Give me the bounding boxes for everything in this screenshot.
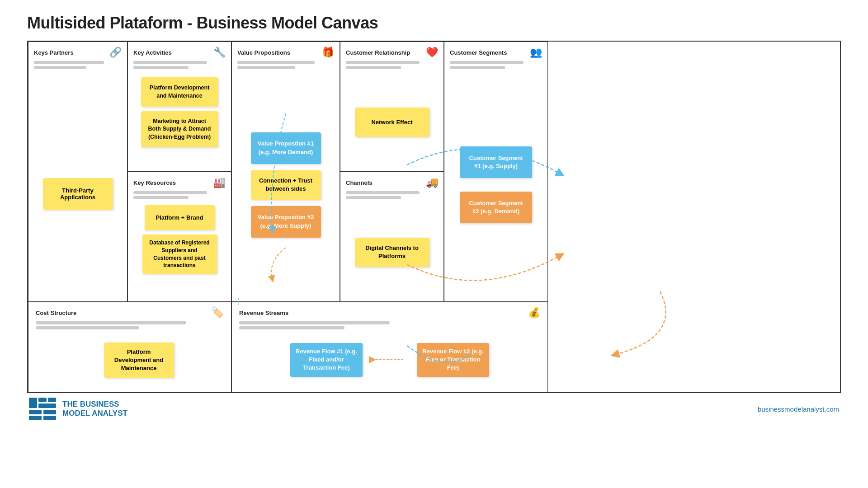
key-resources-icon: 🏭 [213, 177, 226, 188]
channels-icon: 🚚 [426, 177, 438, 188]
customer-relationship-header: Customer Relationship ❤️ [346, 47, 438, 58]
key-resources-cell: Key Resources 🏭 Platform + Brand Databas… [127, 172, 231, 302]
key-activities-header: Key Activities 🔧 [133, 47, 226, 58]
value-propositions-header: Value Propositions 🎁 [237, 47, 334, 58]
sticky-connection-trust: Connection + Trust between sides [251, 170, 321, 200]
sticky-customer-seg-2: Customer Segment #2 (e.g. Demand) [460, 192, 532, 223]
svg-rect-2 [48, 398, 56, 402]
logo-icon [29, 398, 56, 420]
logo-text: THE BUSINESS MODEL ANALYST [62, 400, 127, 418]
revenue-streams-header: Revenue Streams 💰 [239, 307, 540, 319]
footer-logo: THE BUSINESS MODEL ANALYST [29, 398, 127, 420]
cost-structure-header: Cost Structure 🏷️ [36, 307, 224, 319]
customer-relationship-cell: Customer Relationship ❤️ Network Effect [340, 42, 444, 172]
customer-segments-cell: Customer Segments 👥 Customer Segment #1 … [444, 42, 548, 302]
customer-segments-icon: 👥 [530, 47, 542, 58]
sticky-revenue-flow-2: Revenue Flow #2 (e.g. Free or Transactio… [417, 343, 489, 377]
sticky-cost-platform-dev: Platform Development and Maintenance [104, 343, 174, 378]
key-activities-cell: Key Activities 🔧 Platform Development an… [127, 42, 231, 172]
sticky-customer-seg-1: Customer Segment #1 (e.g. Supply) [460, 146, 532, 178]
sticky-platform-dev: Platform Development and Maintenance [141, 77, 218, 107]
canvas-container: Keys Partners 🔗 Third-Party Applications… [27, 41, 841, 393]
svg-rect-5 [43, 410, 56, 414]
sticky-database: Database of Registered Suppliers and Cus… [142, 235, 217, 274]
keys-partners-icon: 🔗 [109, 47, 122, 58]
sticky-revenue-flow-1: Revenue Flow #1 (e.g. Fixed and/or Trans… [290, 343, 363, 377]
revenue-streams-cell: Revenue Streams 💰 Revenue Flow #1 (e.g. … [231, 302, 548, 392]
page-title: Multisided Plataform - Business Model Ca… [27, 14, 841, 33]
key-resources-header: Key Resources 🏭 [133, 177, 226, 188]
sticky-value-prop-1: Value Propostion #1 (e.g. More Demand) [251, 132, 321, 164]
cost-structure-icon: 🏷️ [212, 307, 224, 319]
sticky-network-effect: Network Effect [355, 108, 429, 137]
svg-rect-3 [38, 404, 56, 408]
keys-partners-cell: Keys Partners 🔗 Third-Party Applications [28, 42, 127, 302]
sticky-digital-channels: Digital Channels to Platforms [355, 238, 429, 267]
keys-partners-header: Keys Partners 🔗 [34, 47, 122, 58]
cs-arrows-svg [840, 42, 840, 42]
value-propositions-cell: Value Propositions 🎁 Value Propostion #1… [231, 42, 340, 302]
sticky-platform-brand: Platform + Brand [145, 205, 215, 230]
value-propositions-icon: 🎁 [322, 47, 334, 58]
sticky-marketing: Marketing to Attract Both Supply & Deman… [141, 111, 218, 147]
customer-segments-header: Customer Segments 👥 [450, 47, 542, 58]
svg-rect-7 [43, 416, 56, 420]
svg-rect-4 [29, 410, 42, 414]
svg-rect-0 [29, 398, 37, 408]
sticky-third-party: Third-Party Applications [43, 178, 113, 210]
revenue-streams-icon: 💰 [528, 307, 540, 319]
key-activities-icon: 🔧 [213, 47, 226, 58]
revenue-arrow [372, 353, 408, 366]
footer: THE BUSINESS MODEL ANALYST businessmodel… [27, 398, 841, 420]
footer-url: businessmodelanalyst.com [758, 405, 839, 413]
heart-icon: ❤️ [426, 47, 438, 58]
channels-header: Channels 🚚 [346, 177, 438, 188]
channels-cell: Channels 🚚 Digital Channels to Platforms [340, 172, 444, 302]
svg-rect-1 [38, 398, 47, 402]
svg-rect-6 [29, 416, 42, 420]
sticky-value-prop-2: Value Propostion #2 (e.g. More Supply) [251, 206, 321, 238]
cost-structure-cell: Cost Structure 🏷️ Platform Development a… [28, 302, 231, 392]
